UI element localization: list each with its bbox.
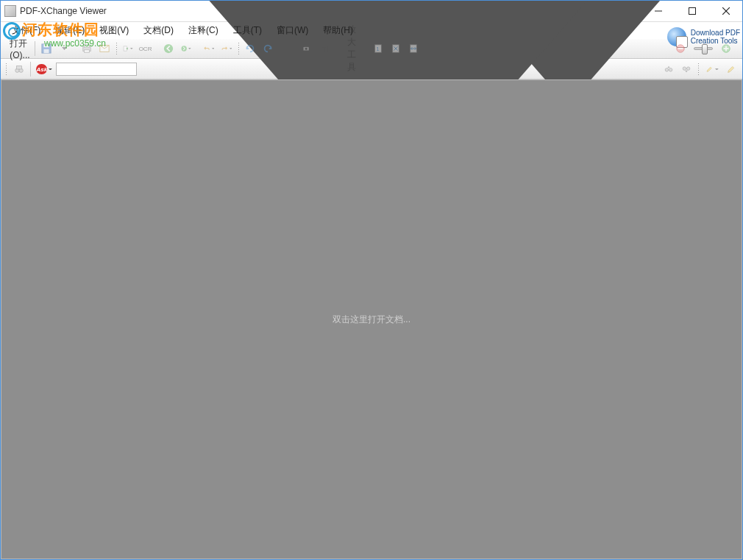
export-button[interactable] [120,40,136,57]
svg-rect-31 [16,66,21,69]
redo-button[interactable] [218,40,235,57]
zoom-out-button[interactable] [672,40,689,57]
svg-point-14 [181,46,186,51]
minus-circle-icon [675,43,686,54]
arrow-left-circle-icon [163,43,174,54]
find-button[interactable] [11,61,27,77]
text-select-icon: T [321,43,331,54]
undo-icon [204,43,210,54]
menu-bar: 河东软件园 www.pc0359.cn 文件(F) 编辑(E) 视图(V) 文档… [0,22,743,38]
fit-page-button[interactable] [388,40,404,57]
camera-icon [303,43,309,54]
fit-width-button[interactable] [405,40,422,57]
binoculars-up-icon [664,63,674,75]
rotate-ccw-button[interactable] [242,40,258,57]
toolbar-grip[interactable] [5,42,6,55]
svg-point-33 [669,68,672,71]
search-toolbar: Ask [0,59,743,79]
nav-forward-button[interactable] [178,40,194,57]
close-button[interactable] [709,0,743,22]
svg-rect-9 [85,50,90,53]
undo-button[interactable] [201,40,217,57]
svg-text:T: T [322,45,327,53]
search-prev-button[interactable] [661,61,677,77]
nav-back-button[interactable] [160,40,177,57]
fit-width-icon [408,43,419,54]
svg-point-35 [686,67,689,70]
page-actual-icon: 1 [373,43,383,54]
menu-document[interactable]: 文档(D) [136,23,181,38]
rotate-cw-button[interactable] [260,40,276,57]
svg-point-32 [665,68,668,71]
svg-point-34 [683,67,686,70]
plus-circle-icon [721,43,731,54]
search-input[interactable] [56,63,137,76]
document-area[interactable]: 双击这里打开文档... [1,79,742,559]
svg-rect-1 [689,7,696,14]
fit-page-icon [391,43,401,54]
highlight-button[interactable] [703,61,722,77]
svg-text:1: 1 [376,46,379,52]
ask-badge-icon: Ask [36,64,47,74]
svg-rect-6 [43,49,49,53]
open-button[interactable]: 打开(O)... [9,40,32,57]
toolbar-grip[interactable] [115,42,116,55]
watermark-logo: 河东软件园 [3,20,99,40]
app-icon [4,5,16,17]
highlighter-icon [705,63,714,75]
ocr-button[interactable]: OCR [138,40,154,57]
binoculars-icon [14,63,24,75]
binoculars-down-icon [681,63,692,75]
export-icon [123,43,129,54]
toolbar-grip[interactable] [697,63,700,76]
zoom-slider[interactable] [694,47,713,50]
zoom-tool-button[interactable]: 放大工具 [341,40,363,57]
menu-comments[interactable]: 注释(C) [181,23,226,38]
download-line1: Download PDF [691,29,740,37]
snapshot-tool-button[interactable] [300,40,316,57]
search-next-button[interactable] [678,61,694,77]
select-tool-button[interactable]: T [318,40,334,57]
menu-window[interactable]: 窗口(W) [269,23,316,38]
rotate-ccw-icon [245,43,255,54]
ask-provider-button[interactable]: Ask [33,61,55,77]
highlighter-icon [726,63,736,75]
arrow-right-circle-icon [181,43,187,54]
actual-size-button[interactable]: 1 [370,40,386,57]
redo-icon [221,43,227,54]
slider-thumb[interactable] [702,44,708,54]
maximize-button[interactable] [675,0,709,22]
highlight-button-2[interactable] [723,61,739,77]
open-label: 打开(O)... [7,38,32,60]
zoom-in-button[interactable] [718,40,734,57]
watermark-url: www.pc0359.cn [44,38,106,49]
toolbar-grip[interactable] [5,63,8,76]
toolbar-separator [30,62,31,77]
menu-tools[interactable]: 工具(T) [226,23,269,38]
svg-point-16 [305,48,307,50]
empty-hint: 双击这里打开文档... [333,313,410,326]
svg-point-13 [164,44,173,53]
watermark-brand: 河东软件园 [22,21,99,38]
rotate-cw-icon [263,43,273,54]
